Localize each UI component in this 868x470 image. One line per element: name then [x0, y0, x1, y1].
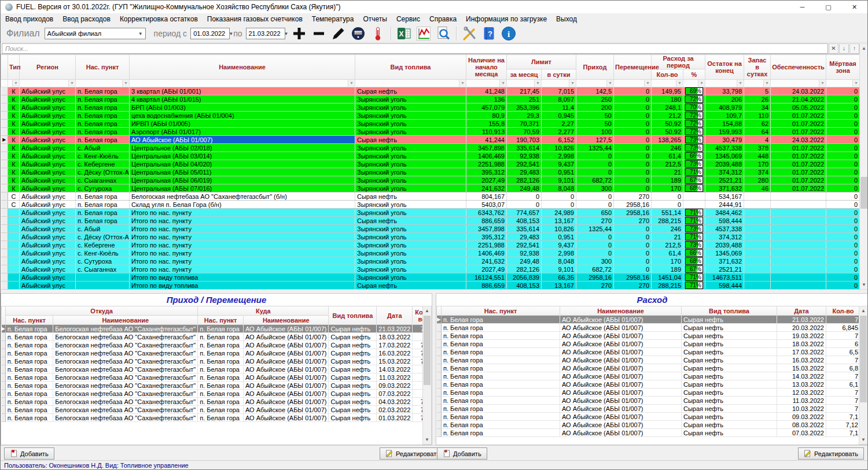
cell-settlement[interactable]: с. Сыаганнах [76, 176, 130, 184]
cell-fuel[interactable]: Зырянский уголь [355, 225, 466, 233]
cell-settlement[interactable]: с. Кенг-Кюёль [76, 249, 130, 257]
cell-limit-day[interactable]: 8,097 [542, 95, 576, 103]
cell-end[interactable]: 159,993 [705, 128, 744, 136]
cell-from-name[interactable]: Белогоская нефтебаза АО "Саханефтегазсбы… [53, 373, 198, 382]
cell-date[interactable]: 14.03.2022 [777, 372, 826, 380]
cell-limit-day[interactable]: 0,945 [542, 112, 576, 120]
cell-end[interactable]: 374,312 [705, 233, 744, 241]
cell-to-settlement[interactable]: п. Белая гора [198, 382, 244, 390]
menu-item[interactable]: Температура [307, 14, 359, 24]
cell-type[interactable]: К [8, 176, 20, 184]
cell-date[interactable]: 20.03.2022 [777, 324, 826, 332]
branch-select[interactable]: Абыйский филиал ▼ [45, 28, 146, 39]
cell-fuel[interactable]: Сырая нефть [682, 372, 777, 380]
menu-item[interactable]: Информация по загрузке [461, 14, 551, 24]
row-indicator[interactable] [437, 364, 442, 372]
table-row[interactable]: КАбыйский улусп. Белая горацеха водоснаб… [1, 112, 860, 120]
cell-region[interactable]: Абыйский улус [20, 241, 76, 249]
cell-settlement[interactable]: п. Белая гора [76, 209, 130, 217]
filter-cell[interactable]: ▼ [8, 80, 20, 87]
cell-type[interactable]: К [8, 136, 20, 144]
cell-date[interactable]: 16.03.2022 [377, 349, 413, 357]
cell-expense-qty[interactable]: 288,215 [652, 282, 683, 290]
cell-income[interactable]: 1325,44 [576, 225, 614, 233]
cell-region[interactable]: Абыйский улус [20, 225, 76, 233]
row-indicator[interactable] [2, 406, 6, 414]
cell-date[interactable]: 21.03.2022 [377, 325, 413, 333]
cell-start[interactable]: 3457,898 [466, 144, 507, 152]
scroll-down-icon[interactable]: ▼ [860, 280, 868, 289]
cell-date[interactable]: 21.03.2022 [777, 316, 826, 324]
cell-expense-qty[interactable]: 170 [652, 184, 683, 193]
cell-settlement[interactable]: п. Белая гора [442, 413, 560, 421]
cell-expense-qty[interactable]: 180 [652, 95, 683, 103]
cell-region[interactable]: Абыйский улус [20, 233, 76, 241]
cell-move[interactable]: 0 [614, 176, 652, 184]
cell-name[interactable]: АО Абыйское (АБЫ 01/007) [560, 364, 682, 372]
cell-end[interactable]: 2521,21 [705, 176, 744, 184]
cell-dead-zone[interactable]: 0 [826, 120, 859, 128]
cell-region[interactable]: Абыйский улус [20, 273, 76, 282]
cell-expense-percent[interactable]: 66% [683, 152, 705, 160]
cell-move[interactable]: 0 [614, 95, 652, 103]
row-indicator[interactable] [1, 103, 8, 112]
row-indicator[interactable] [437, 356, 442, 364]
cell-limit-month[interactable]: 292,541 [507, 160, 542, 168]
row-indicator[interactable] [1, 225, 8, 233]
cell-expense-qty[interactable]: 246 [652, 225, 683, 233]
cell-move[interactable]: 0 [614, 249, 652, 257]
row-indicator[interactable] [437, 324, 442, 332]
table-row[interactable]: п. Белая гораАО Абыйское (АБЫ 01/007)Сыр… [437, 388, 860, 397]
cell-to-settlement[interactable]: п. Белая гора [198, 341, 244, 349]
cell-type[interactable] [8, 282, 20, 290]
period-to-select[interactable]: 21.03.2022 ▼ [246, 28, 285, 39]
table-row[interactable]: КАбыйский улусс. Кенг-КюёльЦентральная (… [1, 152, 860, 160]
cell-name[interactable]: Белогоская нефтебаза АО "Саханефтегазсбы… [130, 193, 355, 201]
cell-name[interactable]: АО Абыйское (АБЫ 01/007) [560, 405, 682, 413]
row-indicator[interactable] [2, 333, 6, 341]
cell-from-settlement[interactable]: п. Белая гора [5, 414, 53, 422]
cell-fuel[interactable]: Сырая нефть [682, 332, 777, 340]
cell-income[interactable]: 0 [576, 233, 614, 241]
table-row[interactable]: КАбыйский улусс. АбыйЦентральное (АБЫ 02… [1, 144, 860, 152]
cell-fuel[interactable]: Сырая нефть [682, 364, 777, 372]
cell-provision[interactable]: 01.07.2022 [771, 144, 826, 152]
table-row[interactable]: п. Белая гораБелогоская нефтебаза АО "Са… [2, 406, 432, 414]
cell-dead-zone[interactable]: 0 [826, 176, 859, 184]
row-indicator[interactable] [437, 405, 442, 413]
table-row[interactable]: п. Белая гораБелогоская нефтебаза АО "Са… [2, 333, 432, 341]
cell-limit-month[interactable]: 190,703 [507, 136, 542, 144]
cell-fuel[interactable]: Сырая нефть [682, 397, 777, 405]
cell-region[interactable]: Абыйский улус [20, 112, 76, 120]
cell-settlement[interactable]: с. Кенг-Кюёль [76, 152, 130, 160]
cell-expense-percent[interactable]: 72% [683, 95, 705, 103]
cell-expense-qty[interactable]: 551,14 [652, 209, 683, 217]
row-indicator[interactable]: ▶ [2, 325, 6, 333]
cell-name[interactable]: Итого по нас. пункту [130, 265, 355, 273]
cell-fuel[interactable]: Сырая нефть [355, 136, 466, 144]
scrollbar-thumb[interactable] [424, 316, 431, 385]
cell-dead-zone[interactable]: 0 [826, 193, 859, 201]
cell-type[interactable]: К [8, 144, 20, 152]
filter-cell[interactable]: ▼ [826, 80, 859, 87]
cell-move[interactable]: 0 [614, 152, 652, 160]
cell-end[interactable]: 374,312 [705, 168, 744, 176]
filter-cell[interactable]: ▼ [507, 80, 542, 87]
cell-region[interactable]: Абыйский улус [20, 265, 76, 273]
cell-qty[interactable]: 7 [826, 332, 860, 340]
cell-dead-zone[interactable]: 0 [826, 103, 859, 112]
cell-qty[interactable]: 7 [826, 372, 860, 380]
cell-name[interactable]: Аэропорт (АБЫ 01/017) [130, 128, 355, 136]
cell-fuel[interactable]: Сырая нефть [682, 413, 777, 421]
cell-name[interactable]: Центральная (АБЫ 03/014) [130, 152, 355, 160]
menu-item[interactable]: Выход [551, 14, 582, 24]
remove-icon[interactable] [310, 25, 328, 42]
row-indicator[interactable] [2, 398, 6, 406]
cell-date[interactable]: 02.03.2022 [377, 406, 413, 414]
cell-limit-day[interactable]: 24,989 [542, 209, 576, 217]
cell-days[interactable] [744, 233, 771, 241]
row-indicator[interactable] [1, 120, 8, 128]
cell-type[interactable] [8, 257, 20, 265]
row-indicator[interactable] [437, 388, 442, 397]
cell-limit-day[interactable]: 2,27 [542, 120, 576, 128]
